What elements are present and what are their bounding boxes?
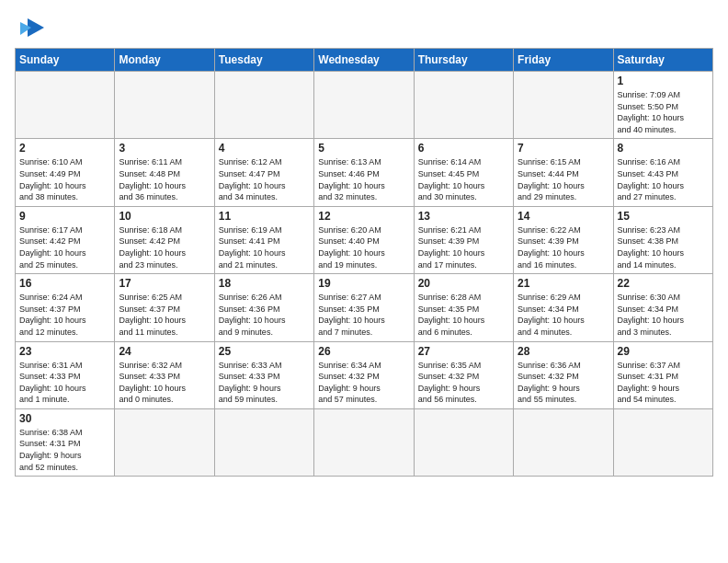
day-info: Sunrise: 6:13 AM Sunset: 4:46 PM Dayligh… [318,156,409,202]
date-number: 29 [618,345,709,358]
header [15,15,713,40]
calendar-cell: 29Sunrise: 6:37 AM Sunset: 4:31 PM Dayli… [613,341,712,408]
calendar-cell: 9Sunrise: 6:17 AM Sunset: 4:42 PM Daylig… [16,206,115,273]
day-info: Sunrise: 6:23 AM Sunset: 4:38 PM Dayligh… [618,224,709,270]
calendar-cell [613,408,712,476]
date-number: 16 [19,277,110,290]
calendar-cell: 27Sunrise: 6:35 AM Sunset: 4:32 PM Dayli… [414,341,513,408]
calendar-cell: 14Sunrise: 6:22 AM Sunset: 4:39 PM Dayli… [514,206,613,273]
calendar-cell: 15Sunrise: 6:23 AM Sunset: 4:38 PM Dayli… [613,206,712,273]
calendar: SundayMondayTuesdayWednesdayThursdayFrid… [15,48,713,477]
date-number: 19 [318,277,409,290]
header-tuesday: Tuesday [214,49,313,72]
calendar-cell [115,72,214,139]
calendar-week-6: 30Sunrise: 6:38 AM Sunset: 4:31 PM Dayli… [16,408,713,476]
calendar-cell [214,72,313,139]
calendar-cell: 5Sunrise: 6:13 AM Sunset: 4:46 PM Daylig… [314,139,414,206]
calendar-cell [115,408,214,476]
calendar-cell [414,408,513,476]
date-number: 28 [518,345,609,358]
calendar-cell [514,72,613,139]
date-number: 1 [618,75,709,87]
day-info: Sunrise: 6:38 AM Sunset: 4:31 PM Dayligh… [19,427,110,473]
calendar-cell [414,72,513,139]
calendar-cell: 22Sunrise: 6:30 AM Sunset: 4:34 PM Dayli… [613,274,712,341]
day-info: Sunrise: 6:27 AM Sunset: 4:35 PM Dayligh… [318,292,409,338]
date-number: 18 [219,277,310,290]
header-sunday: Sunday [16,49,115,72]
calendar-cell: 3Sunrise: 6:11 AM Sunset: 4:48 PM Daylig… [115,139,214,206]
calendar-week-3: 9Sunrise: 6:17 AM Sunset: 4:42 PM Daylig… [16,206,713,273]
date-number: 8 [618,142,709,155]
day-info: Sunrise: 6:15 AM Sunset: 4:44 PM Dayligh… [518,156,609,202]
calendar-cell: 25Sunrise: 6:33 AM Sunset: 4:33 PM Dayli… [214,341,313,408]
date-number: 10 [119,210,210,223]
calendar-cell: 19Sunrise: 6:27 AM Sunset: 4:35 PM Dayli… [314,274,414,341]
calendar-cell: 13Sunrise: 6:21 AM Sunset: 4:39 PM Dayli… [414,206,513,273]
day-info: Sunrise: 6:34 AM Sunset: 4:32 PM Dayligh… [318,360,409,406]
calendar-cell [514,408,613,476]
date-number: 26 [318,345,409,358]
date-number: 11 [219,210,310,223]
day-info: Sunrise: 7:09 AM Sunset: 5:50 PM Dayligh… [618,89,709,135]
date-number: 3 [119,142,210,155]
header-friday: Friday [514,49,613,72]
calendar-cell: 17Sunrise: 6:25 AM Sunset: 4:37 PM Dayli… [115,274,214,341]
calendar-header-row: SundayMondayTuesdayWednesdayThursdayFrid… [16,49,713,72]
calendar-cell: 24Sunrise: 6:32 AM Sunset: 4:33 PM Dayli… [115,341,214,408]
calendar-cell: 7Sunrise: 6:15 AM Sunset: 4:44 PM Daylig… [514,139,613,206]
day-info: Sunrise: 6:35 AM Sunset: 4:32 PM Dayligh… [418,360,509,406]
calendar-week-2: 2Sunrise: 6:10 AM Sunset: 4:49 PM Daylig… [16,139,713,206]
calendar-cell: 10Sunrise: 6:18 AM Sunset: 4:42 PM Dayli… [115,206,214,273]
day-info: Sunrise: 6:16 AM Sunset: 4:43 PM Dayligh… [618,156,709,202]
day-info: Sunrise: 6:12 AM Sunset: 4:47 PM Dayligh… [219,156,310,202]
logo [15,15,48,40]
calendar-cell: 26Sunrise: 6:34 AM Sunset: 4:32 PM Dayli… [314,341,414,408]
calendar-cell: 23Sunrise: 6:31 AM Sunset: 4:33 PM Dayli… [16,341,115,408]
calendar-cell: 18Sunrise: 6:26 AM Sunset: 4:36 PM Dayli… [214,274,313,341]
day-info: Sunrise: 6:26 AM Sunset: 4:36 PM Dayligh… [219,292,310,338]
date-number: 4 [219,142,310,155]
date-number: 7 [518,142,609,155]
day-info: Sunrise: 6:33 AM Sunset: 4:33 PM Dayligh… [219,360,310,406]
date-number: 5 [318,142,409,155]
date-number: 13 [418,210,509,223]
calendar-cell: 4Sunrise: 6:12 AM Sunset: 4:47 PM Daylig… [214,139,313,206]
date-number: 12 [318,210,409,223]
calendar-cell [314,72,414,139]
calendar-cell [314,408,414,476]
calendar-cell: 11Sunrise: 6:19 AM Sunset: 4:41 PM Dayli… [214,206,313,273]
date-number: 6 [418,142,509,155]
date-number: 22 [618,277,709,290]
calendar-cell: 2Sunrise: 6:10 AM Sunset: 4:49 PM Daylig… [16,139,115,206]
day-info: Sunrise: 6:37 AM Sunset: 4:31 PM Dayligh… [618,360,709,406]
header-saturday: Saturday [613,49,712,72]
calendar-cell: 6Sunrise: 6:14 AM Sunset: 4:45 PM Daylig… [414,139,513,206]
day-info: Sunrise: 6:24 AM Sunset: 4:37 PM Dayligh… [19,292,110,338]
date-number: 17 [119,277,210,290]
date-number: 27 [418,345,509,358]
date-number: 2 [19,142,110,155]
calendar-cell: 16Sunrise: 6:24 AM Sunset: 4:37 PM Dayli… [16,274,115,341]
calendar-cell: 1Sunrise: 7:09 AM Sunset: 5:50 PM Daylig… [613,72,712,139]
day-info: Sunrise: 6:29 AM Sunset: 4:34 PM Dayligh… [518,292,609,338]
day-info: Sunrise: 6:36 AM Sunset: 4:32 PM Dayligh… [518,360,609,406]
date-number: 20 [418,277,509,290]
header-wednesday: Wednesday [314,49,414,72]
day-info: Sunrise: 6:32 AM Sunset: 4:33 PM Dayligh… [119,360,210,406]
calendar-cell: 20Sunrise: 6:28 AM Sunset: 4:35 PM Dayli… [414,274,513,341]
header-monday: Monday [115,49,214,72]
calendar-week-1: 1Sunrise: 7:09 AM Sunset: 5:50 PM Daylig… [16,72,713,139]
calendar-cell: 30Sunrise: 6:38 AM Sunset: 4:31 PM Dayli… [16,408,115,476]
day-info: Sunrise: 6:31 AM Sunset: 4:33 PM Dayligh… [19,360,110,406]
date-number: 30 [19,412,110,425]
calendar-week-4: 16Sunrise: 6:24 AM Sunset: 4:37 PM Dayli… [16,274,713,341]
header-thursday: Thursday [414,49,513,72]
logo-icon [18,15,48,40]
day-info: Sunrise: 6:14 AM Sunset: 4:45 PM Dayligh… [418,156,509,202]
day-info: Sunrise: 6:18 AM Sunset: 4:42 PM Dayligh… [119,224,210,270]
date-number: 9 [19,210,110,223]
day-info: Sunrise: 6:17 AM Sunset: 4:42 PM Dayligh… [19,224,110,270]
calendar-cell [16,72,115,139]
day-info: Sunrise: 6:11 AM Sunset: 4:48 PM Dayligh… [119,156,210,202]
